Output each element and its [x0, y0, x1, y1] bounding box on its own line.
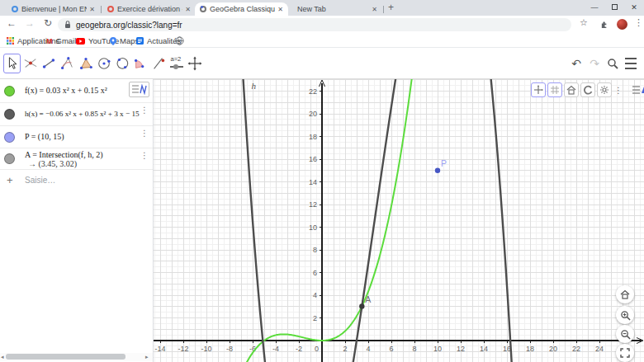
tab-forum[interactable]: Exercice dérivation - forum de m ✕: [102, 2, 196, 16]
zoom-out-button[interactable]: [616, 325, 634, 343]
slider-knob: [173, 64, 178, 69]
tab-new-tab[interactable]: New Tab ✕: [289, 2, 382, 16]
visibility-marble-h[interactable]: [4, 109, 15, 120]
tool-move-view-button[interactable]: [186, 54, 203, 73]
tab-title: Exercice dérivation - forum de m: [117, 5, 182, 13]
svg-text:16: 16: [309, 155, 317, 163]
tab-title: GeoGebra Classique: [210, 5, 275, 13]
tool-transform-button[interactable]: [149, 54, 167, 73]
back-icon[interactable]: ←: [7, 17, 17, 29]
maps-pin-icon: [110, 37, 116, 45]
bookmark-maps[interactable]: Maps: [110, 35, 139, 46]
algebra-scrollbar[interactable]: ◂ ▸: [0, 353, 153, 361]
chrome-menu-icon[interactable]: ⋮: [634, 17, 643, 28]
toggle-grid-button[interactable]: [547, 82, 562, 97]
main-menu-button[interactable]: [623, 55, 639, 72]
forward-icon[interactable]: →: [25, 17, 35, 29]
geogebra-main: f(x) = 0.03 x² x + 0.15 x² h(x) = −0.06 …: [0, 79, 644, 362]
svg-text:-14: -14: [154, 345, 165, 353]
move-cursor-icon: [5, 56, 20, 71]
svg-text:-4: -4: [272, 345, 279, 353]
tool-circle-button[interactable]: [95, 54, 112, 73]
home-view-button[interactable]: [616, 285, 634, 303]
scrollbar-thumb[interactable]: [6, 354, 125, 360]
visibility-marble-f[interactable]: [4, 86, 15, 96]
tool-line-button[interactable]: [40, 54, 57, 73]
redo-button[interactable]: ↷: [586, 55, 603, 72]
geogebra-toolbar: a=2 ↶ ↷: [0, 48, 644, 79]
profile-avatar[interactable]: [617, 19, 627, 30]
svg-text:22: 22: [309, 87, 317, 96]
algebra-row-f[interactable]: f(x) = 0.03 x² x + 0.15 x²: [0, 79, 153, 103]
algebra-row-P[interactable]: P = (10, 15) ⋮: [0, 126, 153, 148]
tab-separator: [383, 6, 384, 13]
svg-text:0: 0: [315, 345, 319, 353]
search-button[interactable]: [604, 55, 621, 72]
row-options-icon[interactable]: ⋮: [140, 106, 149, 115]
algebra-input-row[interactable]: + Saisie…: [0, 170, 153, 190]
conic-tool-icon: [115, 56, 130, 71]
window-minimize-button[interactable]: —: [585, 0, 604, 16]
refresh-view-button[interactable]: [580, 82, 595, 97]
reload-icon[interactable]: ↻: [44, 17, 52, 29]
globe-icon[interactable]: [175, 35, 184, 46]
new-tab-button[interactable]: +: [388, 2, 394, 13]
polygon-tool-icon: [78, 56, 93, 71]
tool-special-line-button[interactable]: [58, 54, 75, 73]
view-options-icon[interactable]: ⋮: [613, 86, 623, 95]
algebra-row-h[interactable]: h(x) = −0.06 x² x + 0.85 x² + 3 x − 15 ⋮: [0, 103, 153, 126]
visibility-marble-A[interactable]: [4, 153, 15, 164]
tab-strip: Bienvenue | Mon ENT ✕ Exercice dérivatio…: [0, 0, 644, 16]
formula-f: f(x) = 0.03 x² x + 0.15 x²: [25, 86, 107, 95]
tab-mon-ent[interactable]: Bienvenue | Mon ENT ✕: [7, 2, 100, 16]
algebra-input-placeholder[interactable]: Saisie…: [25, 176, 55, 185]
undo-button[interactable]: ↶: [568, 55, 585, 72]
url-bar[interactable]: geogebra.org/classic?lang=fr: [58, 18, 571, 31]
bookmark-star-icon[interactable]: ☆: [580, 17, 588, 28]
scroll-right-icon[interactable]: ▸: [145, 353, 149, 361]
formula-P: P = (10, 15): [25, 132, 64, 141]
graph-canvas[interactable]: -14-12-10-8-6-4-202468101214161820222424…: [154, 79, 644, 362]
navigation-bar: ← → ↻ geogebra.org/classic?lang=fr ☆ ⋮: [0, 16, 644, 34]
svg-text:14: 14: [480, 345, 488, 353]
default-view-button[interactable]: [564, 82, 579, 97]
zoom-out-icon: [620, 329, 631, 340]
tool-polygon-button[interactable]: [77, 54, 94, 73]
home-icon: [620, 289, 630, 299]
tab-close-icon[interactable]: ✕: [372, 6, 377, 13]
tool-point-button[interactable]: [21, 54, 39, 73]
tab-geogebra[interactable]: GeoGebra Classique ✕: [195, 2, 288, 16]
bookmark-gmail[interactable]: M Gmail: [46, 35, 76, 46]
tool-conic-button[interactable]: [113, 54, 130, 73]
add-input-icon: +: [7, 174, 13, 186]
row-options-icon[interactable]: ⋮: [140, 129, 149, 138]
settings-button[interactable]: [597, 82, 612, 97]
slider-label: a=2: [171, 55, 182, 63]
svg-text:10: 10: [433, 345, 442, 353]
point-tool-icon: [23, 56, 38, 71]
tool-move-button[interactable]: [3, 54, 21, 73]
tool-angle-button[interactable]: [131, 54, 149, 73]
svg-text:4: 4: [313, 291, 317, 299]
zoom-in-button[interactable]: [616, 306, 634, 324]
toggle-axes-button[interactable]: [531, 82, 546, 97]
row-options-icon[interactable]: ⋮: [140, 151, 149, 160]
fullscreen-button[interactable]: [616, 344, 634, 362]
tab-close-icon[interactable]: ✕: [277, 6, 283, 13]
algebra-row-A[interactable]: A = Intersection(f, h, 2) → (3.45, 3.02)…: [0, 148, 153, 170]
tab-close-icon[interactable]: ✕: [185, 6, 191, 13]
algebra-style-button[interactable]: [129, 82, 149, 97]
svg-text:24: 24: [595, 345, 604, 353]
window-maximize-button[interactable]: [605, 0, 623, 16]
window-close-button[interactable]: ✕: [625, 0, 643, 16]
tab-title: Bienvenue | Mon ENT: [21, 5, 87, 13]
svg-text:12: 12: [309, 200, 317, 209]
visibility-marble-P[interactable]: [4, 132, 15, 143]
extensions-puzzle-icon[interactable]: [600, 20, 609, 29]
tool-slider-button[interactable]: a=2: [168, 54, 185, 73]
tab-close-icon[interactable]: ✕: [89, 6, 95, 13]
maximize-icon: [612, 4, 618, 10]
scroll-left-icon[interactable]: ◂: [1, 353, 4, 361]
style-bar-toggle-icon[interactable]: [632, 84, 644, 96]
svg-text:-8: -8: [226, 345, 233, 353]
